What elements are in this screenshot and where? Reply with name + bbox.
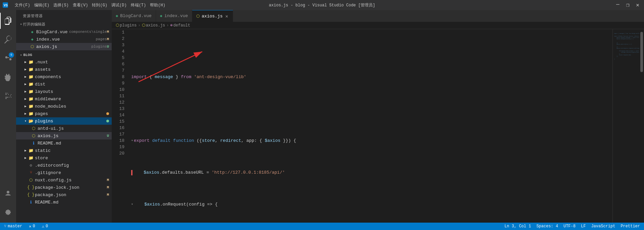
tree-item-store[interactable]: ▶ 📁 store	[16, 154, 112, 162]
breadcrumb-axiosjs[interactable]: ⬡axios.js	[142, 23, 165, 28]
open-editor-blogcard[interactable]: ◈ BlogCard.vue components\single M	[16, 28, 112, 36]
tree-item-assets[interactable]: ▶ 📁 assets	[16, 66, 112, 73]
folder-icon: 📁	[28, 81, 34, 87]
js-icon: ⬡	[30, 44, 35, 49]
activity-scm[interactable]: 6	[0, 50, 16, 66]
expand-icon: ▾	[23, 118, 28, 124]
activity-search[interactable]	[0, 32, 16, 48]
open-editor-indexvue[interactable]: ◈ index.vue pages M	[16, 36, 112, 43]
menu-view[interactable]: 查看(V)	[73, 2, 88, 8]
tree-item-editorconfig[interactable]: ⚙ .editorconfig	[16, 162, 112, 169]
menu-goto[interactable]: 转到(G)	[92, 2, 107, 8]
tree-item-nuxt-config[interactable]: ⬡ nuxt.config.js M	[16, 176, 112, 184]
error-count: 0	[33, 224, 35, 229]
open-editors-section[interactable]: ▾ 打开的编辑器	[16, 20, 112, 28]
minimize-button[interactable]: ─	[614, 2, 622, 8]
status-indentation[interactable]: Spaces: 4	[535, 224, 559, 229]
js-icon: ⬡	[31, 126, 36, 131]
status-language[interactable]: JavaScript	[590, 224, 616, 229]
tree-item-layouts[interactable]: ▶ 📁 layouts	[16, 88, 112, 95]
vue-icon: ◈	[30, 29, 35, 35]
modified-dot	[106, 112, 109, 115]
scm-badge: 6	[9, 52, 14, 58]
collapse-icon: ▶	[23, 111, 28, 116]
menu-edit[interactable]: 编辑(E)	[34, 2, 50, 8]
menu-select[interactable]: 选择(S)	[53, 2, 69, 8]
tree-item-readme-root[interactable]: ℹ README.md	[16, 198, 112, 206]
tab-indexvue[interactable]: ◈ index.vue	[156, 10, 192, 22]
titlebar-menu[interactable]: 文件(F) 编辑(E) 选择(S) 查看(V) 转到(G) 调试(D) 终端(T…	[15, 2, 165, 8]
sidebar: 资源管理器 ▾ 打开的编辑器 ◈ BlogCard.vue components…	[16, 10, 112, 223]
tree-item-readme-plugins[interactable]: ℹ README.md	[16, 139, 112, 147]
status-errors[interactable]: ✕ 0	[28, 224, 36, 229]
collapse-icon: ▶	[23, 148, 28, 153]
code-line-3: ▾ export default function ({ store , red…	[131, 137, 612, 144]
folder-open-icon: 📂	[28, 118, 34, 124]
status-git-branch[interactable]: ⑂ master	[3, 224, 23, 229]
minimap-code: import { message } from 'ant-design-vue/…	[613, 29, 639, 64]
titlebar: VS 文件(F) 编辑(E) 选择(S) 查看(V) 转到(G) 调试(D) 终…	[0, 0, 644, 10]
vue-tab-icon: ◈	[116, 13, 118, 18]
tree-item-axios[interactable]: ⬡ axios.js U	[16, 132, 112, 139]
warning-icon: ⚠	[42, 224, 44, 229]
vscode-logo-icon: VS	[3, 2, 8, 8]
tree-item-dist[interactable]: ▶ 📁 dist	[16, 80, 112, 88]
folder-icon: 📁	[28, 67, 34, 72]
menu-debug[interactable]: 调试(D)	[111, 2, 127, 8]
svg-text:VS: VS	[4, 4, 8, 7]
breadcrumb-plugins[interactable]: ⬡plugins	[116, 23, 137, 28]
tree-item-nuxt[interactable]: ▶ 📁 .nuxt	[16, 58, 112, 66]
info-icon: ℹ	[28, 199, 34, 205]
status-right: Ln 3, Col 1 Spaces: 4 UTF-8 LF JavaScrip…	[503, 224, 641, 229]
status-cursor-position[interactable]: Ln 3, Col 1	[503, 224, 532, 229]
file-tree: ▶ 📁 .nuxt ▶ 📁 assets ▶ 📁 components ▶ 📁 …	[16, 58, 112, 223]
status-formatter[interactable]: Prettier	[619, 224, 641, 229]
git-branch-icon: ⑂	[4, 224, 6, 229]
code-line-1: import { message } from 'ant-design-vue/…	[131, 74, 612, 80]
blog-section[interactable]: ▾ BLOG	[16, 52, 112, 58]
tree-item-package[interactable]: { } package.json M	[16, 191, 112, 198]
tree-item-components[interactable]: ▶ 📁 components	[16, 73, 112, 80]
tree-item-plugins[interactable]: ▾ 📂 plugins	[16, 117, 112, 125]
tab-close-button[interactable]: ✕	[225, 13, 229, 20]
activity-debug[interactable]	[0, 69, 16, 85]
menu-help[interactable]: 帮助(H)	[150, 2, 165, 8]
tree-item-gitignore[interactable]: ⑂ .gitignore	[16, 169, 112, 176]
activity-explorer[interactable]	[0, 13, 16, 29]
code-content[interactable]: import { message } from 'ant-design-vue/…	[128, 29, 612, 223]
folder-icon: 📁	[28, 111, 34, 116]
folder-icon: 📁	[28, 59, 34, 65]
tree-item-package-lock[interactable]: { } package-lock.json M	[16, 184, 112, 191]
collapse-icon: ▶	[23, 81, 28, 87]
tree-item-pages[interactable]: ▶ 📁 pages	[16, 110, 112, 117]
close-button[interactable]: ✕	[634, 2, 641, 8]
tab-blogcard[interactable]: ◈ BlogCard.vue	[112, 10, 156, 22]
collapse-icon: ▶	[23, 104, 28, 109]
tree-item-antd-ui[interactable]: ⬡ antd-ui.js	[16, 125, 112, 132]
js-tab-icon: ⬡	[196, 14, 200, 19]
status-encoding[interactable]: UTF-8	[562, 224, 577, 229]
status-warnings[interactable]: ⚠ 0	[41, 224, 49, 229]
maximize-button[interactable]: ❐	[624, 2, 632, 8]
menu-terminal[interactable]: 终端(T)	[131, 2, 146, 8]
code-editor[interactable]: 1 2 3 4 5 6 7 8 9 10 11 12 13 14 15 16 1	[112, 29, 612, 223]
tree-item-static[interactable]: ▶ 📁 static	[16, 147, 112, 154]
activity-account[interactable]	[0, 185, 16, 201]
info-icon: ℹ	[31, 140, 36, 146]
folder-icon: 📁	[28, 155, 34, 161]
scrollbar-thumb[interactable]	[640, 32, 643, 72]
window-controls[interactable]: ─ ❐ ✕	[614, 2, 641, 8]
code-line-5: ▾ $axios .onRequest(config => {	[131, 201, 612, 208]
tab-label: axios.js	[202, 14, 222, 19]
tab-axiosjs[interactable]: ⬡ axios.js ✕	[192, 10, 233, 22]
menu-file[interactable]: 文件(F)	[15, 2, 30, 8]
status-line-ending[interactable]: LF	[580, 224, 587, 229]
open-editor-axiosjs[interactable]: ⬡ axios.js plugins U	[16, 43, 112, 50]
activity-extensions[interactable]	[0, 88, 16, 104]
breadcrumb-default[interactable]: ⊕default	[170, 23, 190, 28]
activity-settings[interactable]	[0, 204, 16, 220]
tree-item-node-modules[interactable]: ▶ 📁 node_modules	[16, 103, 112, 110]
editor-scrollbar[interactable]	[639, 29, 644, 223]
tree-item-middleware[interactable]: ▶ 📁 middleware	[16, 95, 112, 103]
breadcrumb: ⬡plugins › ⬡axios.js › ⊕default	[112, 22, 644, 29]
